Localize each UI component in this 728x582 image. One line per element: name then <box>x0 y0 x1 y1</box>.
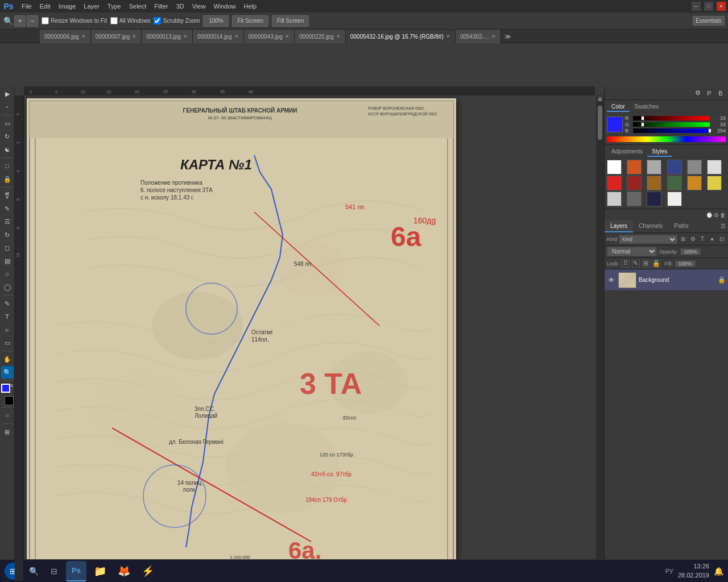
lock-pixels-icon[interactable]: ⠿ <box>622 260 630 268</box>
color-preview[interactable] <box>607 117 623 132</box>
vscroll-up[interactable]: ▲ <box>598 97 602 101</box>
tab-7[interactable]: 0054302-... ✕ <box>456 30 501 43</box>
style-yellow[interactable] <box>707 176 722 190</box>
tab-1[interactable]: 00000007.jpg ✕ <box>91 30 142 43</box>
taskbar-explorer[interactable]: 📁 <box>90 561 110 581</box>
search-button[interactable]: 🔍 <box>25 563 42 580</box>
eyedropper-tool[interactable]: 🔒 <box>1 173 14 185</box>
layer-icon-2[interactable]: ⚙ <box>689 235 697 243</box>
clone-tool[interactable]: ☴ <box>1 215 14 228</box>
layer-background[interactable]: 👁 Background 🔒 <box>605 269 728 291</box>
layers-delete-icon[interactable]: 🗑 <box>720 212 726 218</box>
tab-5[interactable]: 00000220.jpg ✕ <box>295 30 346 43</box>
style-navy[interactable] <box>647 192 661 206</box>
taskbar-photoshop[interactable]: Ps <box>66 561 86 581</box>
quick-mask-tool[interactable]: ○ <box>1 409 14 422</box>
lock-artboards-icon[interactable]: ⊞ <box>642 260 650 268</box>
blur-tool[interactable]: ○ <box>1 268 14 280</box>
workspace-select[interactable]: Essentials <box>693 16 725 26</box>
brush-tool[interactable]: ✎ <box>1 202 14 215</box>
history-brush-tool[interactable]: ↻ <box>1 228 14 241</box>
hand-tool[interactable]: ✋ <box>1 353 14 365</box>
restore-button[interactable]: □ <box>704 2 713 11</box>
menu-3d[interactable]: 3D <box>173 2 188 11</box>
zoom-input[interactable]: 100% <box>203 15 229 27</box>
zoom-all-windows-checkbox[interactable]: All Windows <box>110 17 150 24</box>
crop-tool[interactable]: □ <box>1 160 14 172</box>
menu-file[interactable]: File <box>18 2 35 11</box>
task-view-button[interactable]: ⊟ <box>46 563 63 580</box>
panel-icon-2[interactable]: P <box>704 88 714 98</box>
screen-mode-tool[interactable]: ⊞ <box>1 426 14 438</box>
blend-mode-select[interactable]: Normal <box>607 247 657 256</box>
style-orange[interactable] <box>627 160 642 174</box>
pen-tool[interactable]: ✎ <box>1 297 14 310</box>
layers-tab[interactable]: Layers <box>605 221 633 232</box>
menu-type[interactable]: Type <box>104 2 125 11</box>
eraser-tool[interactable]: ◻ <box>1 242 14 254</box>
fill-screen-button[interactable]: Fill Screen <box>272 15 309 27</box>
zoom-out-button[interactable]: − <box>27 15 38 27</box>
menu-help[interactable]: Help <box>241 2 260 11</box>
style-lightgray[interactable] <box>707 160 722 174</box>
panel-icon-1[interactable]: ⚙ <box>693 88 703 98</box>
layer-icon-4[interactable]: ♦ <box>708 235 716 243</box>
tab-4[interactable]: 00000043.jpg ✕ <box>244 30 295 43</box>
paths-tab[interactable]: Paths <box>668 221 694 232</box>
lock-all-icon[interactable]: 🔒 <box>652 260 660 268</box>
layers-clock-icon[interactable]: ⌚ <box>706 212 713 218</box>
minimize-button[interactable]: ─ <box>692 2 701 11</box>
g-slider[interactable] <box>633 122 710 127</box>
fill-input[interactable] <box>675 260 696 267</box>
style-gray[interactable] <box>647 160 661 174</box>
style-white2[interactable] <box>667 192 682 206</box>
opacity-input[interactable] <box>680 248 701 255</box>
swatches-tab[interactable]: Swatches <box>630 102 663 112</box>
tab-6[interactable]: 00005432-16.jpg @ 16.7% (RGB/8#) ✕ <box>346 30 456 43</box>
background-color[interactable] <box>5 396 14 405</box>
menu-view[interactable]: View <box>189 2 209 11</box>
dodge-tool[interactable]: ◯ <box>1 281 14 293</box>
move-tool[interactable]: ▶ <box>1 88 14 100</box>
scrubby-zoom-checkbox[interactable]: Scrubby Zoom <box>154 17 200 24</box>
vscroll-thumb[interactable] <box>598 106 602 140</box>
foreground-color[interactable] <box>1 384 10 393</box>
style-green[interactable] <box>667 176 682 190</box>
zoom-tool[interactable]: 🔍 <box>1 366 14 379</box>
taskbar-notify[interactable]: 🔔 <box>714 567 723 576</box>
style-darkgray2[interactable] <box>627 192 642 206</box>
quick-select-tool[interactable]: ☯ <box>1 143 14 156</box>
text-tool[interactable]: T <box>1 310 14 323</box>
menu-select[interactable]: Select <box>126 2 150 11</box>
layers-menu-icon[interactable]: ☰ <box>718 221 728 232</box>
lasso-tool[interactable]: ↻ <box>1 130 14 143</box>
artboard-tool[interactable]: ▫ <box>1 101 14 113</box>
taskbar-lang[interactable]: РУ <box>665 568 673 575</box>
tab-0[interactable]: 00000006.jpg ✕ <box>40 30 91 43</box>
fit-screen-button[interactable]: Fit Screen <box>232 15 268 27</box>
path-select-tool[interactable]: ▹ <box>1 323 14 336</box>
style-none[interactable] <box>607 160 622 174</box>
vertical-scrollbar[interactable]: ▲ <box>596 95 604 582</box>
healing-tool[interactable]: ⚧ <box>1 189 14 202</box>
layer-visibility-icon[interactable]: 👁 <box>607 276 616 285</box>
menu-filter[interactable]: Filter <box>151 2 171 11</box>
kind-select[interactable]: Kind <box>619 235 677 244</box>
zoom-in-button[interactable]: + <box>14 15 26 27</box>
style-blue[interactable] <box>667 160 682 174</box>
gradient-tool[interactable]: ▤ <box>1 255 14 267</box>
menu-window[interactable]: Window <box>210 2 239 11</box>
style-red[interactable] <box>607 176 622 190</box>
style-silver[interactable] <box>607 192 622 206</box>
close-button[interactable]: ✕ <box>717 2 726 11</box>
r-slider[interactable] <box>633 116 710 120</box>
color-tab[interactable]: Color <box>607 102 630 112</box>
menu-image[interactable]: Image <box>55 2 80 11</box>
style-amber[interactable] <box>687 176 702 190</box>
resize-windows-checkbox[interactable]: Resize Windows to Fit <box>42 17 107 24</box>
styles-tab[interactable]: Styles <box>647 147 672 157</box>
layers-add-icon[interactable]: ⚙ <box>714 212 719 218</box>
style-midgray[interactable] <box>687 160 702 174</box>
taskbar-app4[interactable]: ⚡ <box>138 561 158 581</box>
style-darkred[interactable] <box>627 176 642 190</box>
